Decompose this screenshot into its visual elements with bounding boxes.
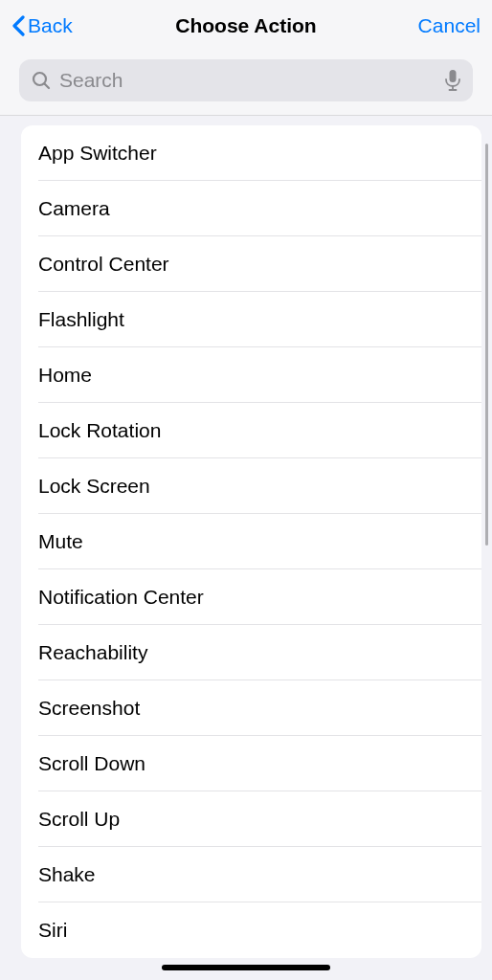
action-item-shake[interactable]: Shake bbox=[21, 847, 481, 902]
back-label: Back bbox=[28, 14, 73, 37]
action-item-camera[interactable]: Camera bbox=[21, 181, 481, 236]
back-button[interactable]: Back bbox=[11, 14, 117, 37]
navigation-bar: Back Choose Action Cancel bbox=[0, 0, 492, 52]
action-item-home[interactable]: Home bbox=[21, 347, 481, 403]
chevron-left-icon bbox=[11, 15, 26, 36]
cancel-button[interactable]: Cancel bbox=[375, 14, 481, 37]
page-title: Choose Action bbox=[175, 14, 316, 37]
svg-line-1 bbox=[45, 84, 50, 89]
action-item-reachability[interactable]: Reachability bbox=[21, 625, 481, 680]
action-item-control-center[interactable]: Control Center bbox=[21, 236, 481, 292]
search-bar[interactable] bbox=[19, 59, 473, 101]
microphone-icon[interactable] bbox=[444, 69, 461, 92]
content-area: App Switcher Camera Control Center Flash… bbox=[0, 116, 492, 958]
search-container bbox=[0, 52, 492, 116]
search-input[interactable] bbox=[59, 69, 436, 92]
action-item-mute[interactable]: Mute bbox=[21, 514, 481, 569]
action-item-app-switcher[interactable]: App Switcher bbox=[21, 125, 481, 181]
action-item-lock-rotation[interactable]: Lock Rotation bbox=[21, 403, 481, 458]
action-item-flashlight[interactable]: Flashlight bbox=[21, 292, 481, 347]
action-list: App Switcher Camera Control Center Flash… bbox=[21, 125, 481, 958]
search-icon bbox=[31, 70, 52, 91]
action-item-notification-center[interactable]: Notification Center bbox=[21, 569, 481, 625]
action-item-scroll-down[interactable]: Scroll Down bbox=[21, 736, 481, 791]
action-item-lock-screen[interactable]: Lock Screen bbox=[21, 458, 481, 514]
home-indicator[interactable] bbox=[162, 965, 330, 970]
action-item-siri[interactable]: Siri bbox=[21, 902, 481, 958]
action-item-scroll-up[interactable]: Scroll Up bbox=[21, 791, 481, 847]
scroll-indicator bbox=[485, 144, 488, 546]
action-item-screenshot[interactable]: Screenshot bbox=[21, 680, 481, 736]
svg-rect-2 bbox=[450, 70, 457, 82]
